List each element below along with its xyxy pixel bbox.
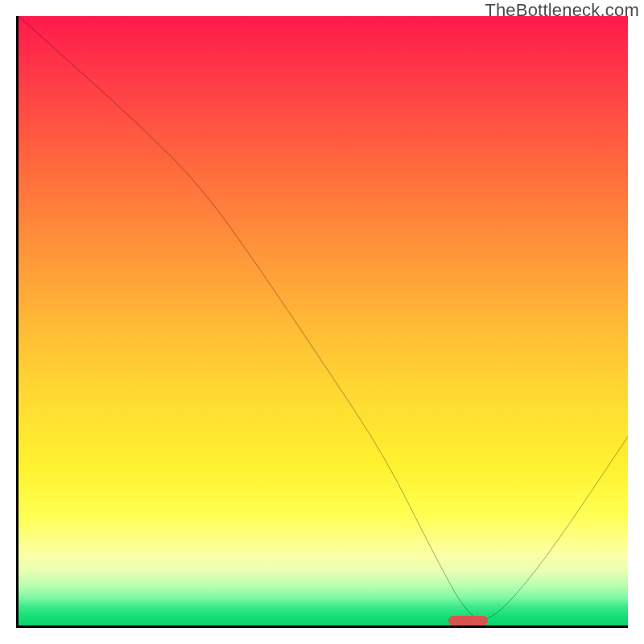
- optimum-marker: [448, 616, 488, 625]
- plot-area: [16, 16, 628, 628]
- chart-frame: TheBottleneck.com: [0, 0, 644, 644]
- bottleneck-curve: [19, 16, 628, 625]
